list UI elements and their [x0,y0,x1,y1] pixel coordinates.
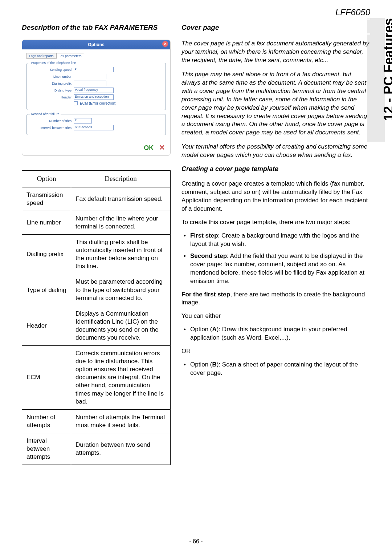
cell-option: Transmission speed [22,187,71,211]
cell-option: ECM [22,346,71,410]
dialog-body: Logs and reportsFax parameters Propertie… [22,49,170,141]
select-num-tries[interactable]: 2 [74,118,92,123]
cell-option: Line number [22,211,71,234]
cell-desc: Displays a Communication Identification … [71,306,171,345]
heading-prefix: Description of the tab [22,24,95,31]
cancel-button[interactable]: ✕ [159,143,165,152]
left-column: Description of the tab FAX PARAMETERS Op… [22,24,171,465]
dialog-titlebar: Options ✕ [22,40,170,49]
select-interval[interactable]: 60 Seconds [74,125,114,130]
cover-underline [181,34,370,34]
list-item: First step: Create a background image wi… [181,232,370,248]
footer-divider [22,536,370,536]
dialog-title: Options [88,42,104,47]
cover-p3: Your terminal offers the possibility of … [181,143,370,159]
select-dialing-type[interactable]: Vocal frequency [74,88,114,93]
cell-desc: Number of the line where your terminal i… [71,211,171,234]
dialog-buttonbar: OK ✕ [22,141,170,155]
dialog-tabs: Logs and reportsFax parameters [26,53,166,59]
select-sending-speed[interactable]: ▾ [74,67,114,72]
table-row: Type of dialingMust be parametered accor… [22,274,171,306]
cell-desc: Duration between two send attempts. [71,433,171,465]
table-row: Dialling prefixThis dialling prefix shal… [22,235,171,274]
creating-p4: Creating a cover page creates a template… [181,180,370,213]
legend-telephone-line: Properties of the telephone line [30,61,77,65]
list-item: Option (A): Draw this background image i… [181,325,370,342]
creating-underline [181,176,370,176]
table-row: Line numberNumber of the line where your… [22,211,171,234]
label-line-number: Line number [30,75,72,78]
page-number: - 66 - [189,538,203,544]
creating-p5: To create this cover page template, ther… [181,218,370,227]
optA-label: A [212,326,216,333]
heading-caps: FAX PARAMETERS [95,24,158,31]
cover-p1: The cover page is part of a fax document… [181,40,370,65]
fax-params-heading: Description of the tab FAX PARAMETERS [22,24,171,32]
chapter-tab: 12 - PC Features [381,18,392,121]
select-header[interactable]: Emission and reception [74,94,114,100]
cover-page-heading: Cover page [181,24,370,32]
table-row: HeaderDisplays a Communication Identific… [22,306,171,345]
table-row: Interval between attemptsDuration betwee… [22,433,171,465]
input-line-number[interactable] [74,74,106,79]
label-dialing-type: Dialing type [30,89,72,92]
cell-option: Number of attempts [22,409,71,433]
resend-fieldset: Resend after failure Number of tries 2 I… [26,112,166,135]
label-interval: Interval between tries [30,126,72,130]
page-footer: - 66 - [0,536,392,545]
creating-template-heading: Creating a cover page template [181,165,370,173]
tab-fax-parameters[interactable]: Fax parameters [56,53,84,59]
label-header: Header [30,96,72,99]
optB-label: B [212,361,216,368]
heading-underline [22,34,171,34]
for-first-step-label: For the first step [181,291,230,298]
list-item: Option (B): Scan a sheet of paper contai… [181,361,370,377]
legend-resend: Resend after failure [30,112,61,116]
label-sending-speed: Sending speed [30,68,72,72]
table-row: Number of attemptsNumber of attempts the… [22,409,171,433]
list-item: Second step: Add the field that you want… [181,252,370,285]
label-dialling-prefix: Dialling prefix [30,82,72,85]
step1-label: First step [190,232,218,239]
cell-desc: Fax default transmission speed. [71,187,171,211]
label-ecm: ECM (Error correction) [80,101,117,105]
cell-desc: This dialling prefix shall be automatica… [71,235,171,274]
label-num-tries: Number of tries [30,119,72,123]
option-a-list: Option (A): Draw this background image i… [181,325,370,342]
cell-desc: Corrects communication errors due to lin… [71,346,171,410]
options-description-table: Option Description Transmission speedFax… [22,170,171,465]
step2-label: Second step [190,252,227,259]
header-model: LFF6050 [22,7,370,17]
cell-option: Type of dialing [22,274,71,306]
header-divider [22,19,370,19]
table-row: Transmission speedFax default transmissi… [22,187,171,211]
th-description: Description [71,171,171,187]
tab-logs-reports[interactable]: Logs and reports [26,53,56,59]
th-option: Option [22,171,71,187]
input-dialling-prefix[interactable] [74,81,106,86]
option-b-list: Option (B): Scan a sheet of paper contai… [181,361,370,377]
close-icon[interactable]: ✕ [162,41,168,47]
for-first-step-para: For the first step, there are two method… [181,291,370,307]
cell-desc: Number of attempts the Terminal must mak… [71,409,171,433]
or-text: OR [181,347,370,356]
telephone-line-fieldset: Properties of the telephone line Sending… [26,61,166,110]
you-can-either: You can either [181,312,370,320]
cell-option: Header [22,306,71,345]
cell-desc: Must be parametered according to the typ… [71,274,171,306]
table-row: ECMCorrects communication errors due to … [22,346,171,410]
ok-button[interactable]: OK [144,144,154,152]
steps-list: First step: Create a background image wi… [181,232,370,285]
cell-option: Dialling prefix [22,235,71,274]
checkbox-ecm[interactable] [74,101,78,105]
cell-option: Interval between attempts [22,433,71,465]
cover-p2: This page may be sent alone or in front … [181,70,370,137]
right-column: Cover page The cover page is part of a f… [181,24,370,465]
options-dialog: Options ✕ Logs and reportsFax parameters… [22,40,171,156]
